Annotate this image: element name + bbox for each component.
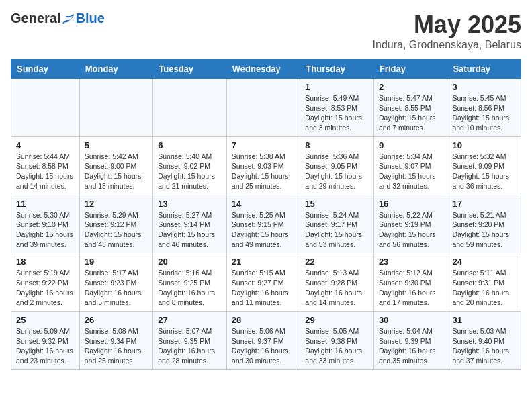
- calendar-cell-w5-d1: 25Sunrise: 5:09 AM Sunset: 9:32 PM Dayli…: [11, 312, 80, 370]
- calendar-cell-w4-d5: 22Sunrise: 5:13 AM Sunset: 9:28 PM Dayli…: [300, 253, 374, 312]
- week-row-3: 11Sunrise: 5:30 AM Sunset: 9:10 PM Dayli…: [11, 195, 521, 253]
- day-info: Sunrise: 5:17 AM Sunset: 9:23 PM Dayligh…: [85, 268, 148, 308]
- day-info: Sunrise: 5:03 AM Sunset: 9:40 PM Dayligh…: [452, 326, 516, 366]
- day-info: Sunrise: 5:36 AM Sunset: 9:05 PM Dayligh…: [305, 152, 369, 191]
- day-number: 5: [85, 140, 148, 150]
- calendar-cell-w2-d4: 7Sunrise: 5:38 AM Sunset: 9:03 PM Daylig…: [226, 136, 300, 195]
- day-number: 22: [305, 257, 369, 267]
- logo-blue-text: Blue: [75, 11, 104, 26]
- day-info: Sunrise: 5:32 AM Sunset: 9:09 PM Dayligh…: [452, 152, 516, 191]
- calendar-cell-w5-d7: 31Sunrise: 5:03 AM Sunset: 9:40 PM Dayli…: [447, 312, 521, 370]
- calendar-cell-w4-d2: 19Sunrise: 5:17 AM Sunset: 9:23 PM Dayli…: [79, 253, 153, 312]
- day-number: 20: [158, 257, 222, 267]
- calendar-cell-w2-d1: 4Sunrise: 5:44 AM Sunset: 8:58 PM Daylig…: [11, 136, 80, 195]
- calendar-cell-w5-d3: 27Sunrise: 5:07 AM Sunset: 9:35 PM Dayli…: [153, 312, 227, 370]
- day-info: Sunrise: 5:21 AM Sunset: 9:20 PM Dayligh…: [452, 210, 516, 250]
- calendar-cell-w3-d4: 14Sunrise: 5:25 AM Sunset: 9:15 PM Dayli…: [226, 195, 300, 253]
- logo-general-text: General: [11, 11, 60, 26]
- day-info: Sunrise: 5:34 AM Sunset: 9:07 PM Dayligh…: [379, 152, 443, 191]
- calendar-cell-w1-d4: [226, 79, 300, 137]
- day-number: 23: [379, 257, 443, 267]
- day-number: 29: [305, 315, 369, 325]
- day-number: 18: [16, 257, 75, 267]
- month-title: May 2025: [373, 11, 521, 39]
- calendar-cell-w1-d1: [11, 79, 80, 137]
- day-number: 24: [452, 257, 516, 267]
- day-number: 11: [16, 199, 75, 209]
- calendar-cell-w3-d6: 16Sunrise: 5:22 AM Sunset: 9:19 PM Dayli…: [373, 195, 447, 253]
- day-info: Sunrise: 5:16 AM Sunset: 9:25 PM Dayligh…: [158, 268, 222, 308]
- calendar-cell-w1-d3: [153, 79, 227, 137]
- day-info: Sunrise: 5:12 AM Sunset: 9:30 PM Dayligh…: [379, 268, 443, 308]
- day-info: Sunrise: 5:13 AM Sunset: 9:28 PM Dayligh…: [305, 268, 369, 308]
- header-friday: Friday: [373, 60, 447, 79]
- day-number: 15: [305, 199, 369, 209]
- day-number: 17: [452, 199, 516, 209]
- calendar-table: Sunday Monday Tuesday Wednesday Thursday…: [11, 59, 521, 370]
- day-info: Sunrise: 5:22 AM Sunset: 9:19 PM Dayligh…: [379, 210, 443, 250]
- day-number: 8: [305, 140, 369, 150]
- calendar-cell-w4-d3: 20Sunrise: 5:16 AM Sunset: 9:25 PM Dayli…: [153, 253, 227, 312]
- calendar-cell-w4-d1: 18Sunrise: 5:19 AM Sunset: 9:22 PM Dayli…: [11, 253, 80, 312]
- day-number: 31: [452, 315, 516, 325]
- day-info: Sunrise: 5:08 AM Sunset: 9:34 PM Dayligh…: [85, 326, 148, 366]
- day-number: 9: [379, 140, 443, 150]
- page-header: General Blue May 2025 Indura, Grodnenska…: [11, 11, 521, 51]
- day-number: 6: [158, 140, 222, 150]
- day-info: Sunrise: 5:24 AM Sunset: 9:17 PM Dayligh…: [305, 210, 369, 250]
- header-tuesday: Tuesday: [153, 60, 227, 79]
- day-number: 12: [85, 199, 148, 209]
- calendar-cell-w1-d7: 3Sunrise: 5:45 AM Sunset: 8:56 PM Daylig…: [447, 79, 521, 137]
- header-saturday: Saturday: [447, 60, 521, 79]
- day-number: 14: [232, 199, 296, 209]
- day-number: 3: [452, 82, 516, 92]
- day-number: 1: [305, 82, 369, 92]
- day-number: 27: [158, 315, 222, 325]
- calendar-cell-w3-d5: 15Sunrise: 5:24 AM Sunset: 9:17 PM Dayli…: [300, 195, 374, 253]
- day-info: Sunrise: 5:38 AM Sunset: 9:03 PM Dayligh…: [232, 152, 296, 191]
- calendar-cell-w4-d4: 21Sunrise: 5:15 AM Sunset: 9:27 PM Dayli…: [226, 253, 300, 312]
- day-info: Sunrise: 5:42 AM Sunset: 9:00 PM Dayligh…: [85, 152, 148, 191]
- day-number: 25: [16, 315, 75, 325]
- day-info: Sunrise: 5:44 AM Sunset: 8:58 PM Dayligh…: [16, 152, 75, 191]
- day-number: 26: [85, 315, 148, 325]
- day-info: Sunrise: 5:47 AM Sunset: 8:55 PM Dayligh…: [379, 93, 443, 133]
- day-info: Sunrise: 5:40 AM Sunset: 9:02 PM Dayligh…: [158, 152, 222, 191]
- day-number: 13: [158, 199, 222, 209]
- calendar-cell-w4-d6: 23Sunrise: 5:12 AM Sunset: 9:30 PM Dayli…: [373, 253, 447, 312]
- logo: General Blue: [11, 11, 105, 26]
- day-info: Sunrise: 5:11 AM Sunset: 9:31 PM Dayligh…: [452, 268, 516, 308]
- day-info: Sunrise: 5:07 AM Sunset: 9:35 PM Dayligh…: [158, 326, 222, 366]
- day-info: Sunrise: 5:25 AM Sunset: 9:15 PM Dayligh…: [232, 210, 296, 250]
- week-row-1: 1Sunrise: 5:49 AM Sunset: 8:53 PM Daylig…: [11, 79, 521, 137]
- calendar-cell-w5-d6: 30Sunrise: 5:04 AM Sunset: 9:39 PM Dayli…: [373, 312, 447, 370]
- calendar-cell-w3-d7: 17Sunrise: 5:21 AM Sunset: 9:20 PM Dayli…: [447, 195, 521, 253]
- calendar-cell-w2-d2: 5Sunrise: 5:42 AM Sunset: 9:00 PM Daylig…: [79, 136, 153, 195]
- calendar-cell-w5-d2: 26Sunrise: 5:08 AM Sunset: 9:34 PM Dayli…: [79, 312, 153, 370]
- title-section: May 2025 Indura, Grodnenskaya, Belarus: [373, 11, 521, 51]
- day-number: 16: [379, 199, 443, 209]
- day-number: 19: [85, 257, 148, 267]
- day-info: Sunrise: 5:05 AM Sunset: 9:38 PM Dayligh…: [305, 326, 369, 366]
- week-row-5: 25Sunrise: 5:09 AM Sunset: 9:32 PM Dayli…: [11, 312, 521, 370]
- day-info: Sunrise: 5:06 AM Sunset: 9:37 PM Dayligh…: [232, 326, 296, 366]
- calendar-cell-w2-d7: 10Sunrise: 5:32 AM Sunset: 9:09 PM Dayli…: [447, 136, 521, 195]
- day-number: 2: [379, 82, 443, 92]
- day-number: 30: [379, 315, 443, 325]
- calendar-cell-w1-d5: 1Sunrise: 5:49 AM Sunset: 8:53 PM Daylig…: [300, 79, 374, 137]
- day-number: 10: [452, 140, 516, 150]
- header-sunday: Sunday: [11, 60, 80, 79]
- header-thursday: Thursday: [300, 60, 374, 79]
- calendar-cell-w4-d7: 24Sunrise: 5:11 AM Sunset: 9:31 PM Dayli…: [447, 253, 521, 312]
- day-info: Sunrise: 5:27 AM Sunset: 9:14 PM Dayligh…: [158, 210, 222, 250]
- header-monday: Monday: [79, 60, 153, 79]
- header-wednesday: Wednesday: [226, 60, 300, 79]
- calendar-header-row: Sunday Monday Tuesday Wednesday Thursday…: [11, 60, 521, 79]
- calendar-cell-w2-d5: 8Sunrise: 5:36 AM Sunset: 9:05 PM Daylig…: [300, 136, 374, 195]
- location-subtitle: Indura, Grodnenskaya, Belarus: [373, 39, 521, 51]
- calendar-cell-w5-d5: 29Sunrise: 5:05 AM Sunset: 9:38 PM Dayli…: [300, 312, 374, 370]
- calendar-cell-w5-d4: 28Sunrise: 5:06 AM Sunset: 9:37 PM Dayli…: [226, 312, 300, 370]
- calendar-cell-w3-d3: 13Sunrise: 5:27 AM Sunset: 9:14 PM Dayli…: [153, 195, 227, 253]
- day-info: Sunrise: 5:04 AM Sunset: 9:39 PM Dayligh…: [379, 326, 443, 366]
- day-info: Sunrise: 5:15 AM Sunset: 9:27 PM Dayligh…: [232, 268, 296, 308]
